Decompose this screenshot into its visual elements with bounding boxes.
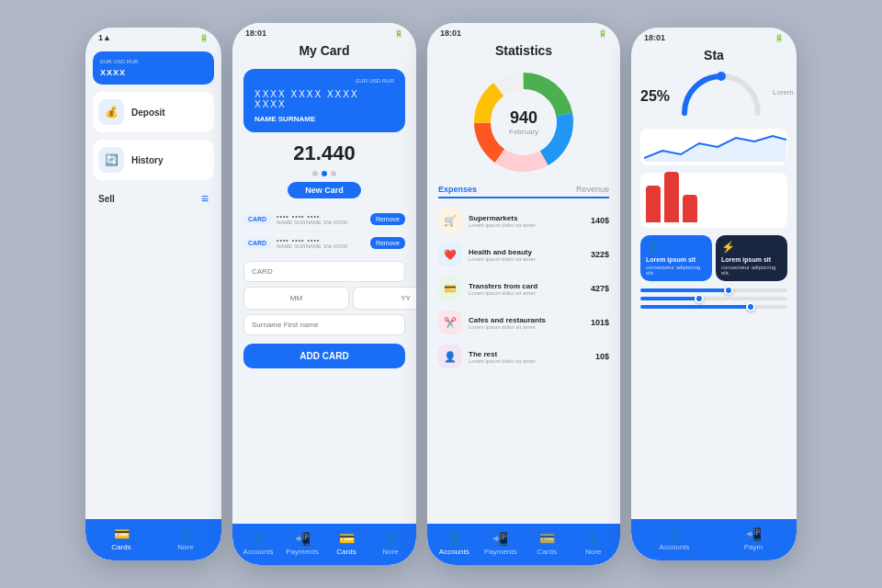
sc-icon-2: ⚡ [721,241,782,254]
card-sub-2: NAME SURNAME 1№ 00/00 [277,243,365,249]
cafes-title: Cafes and restaurants [469,316,584,324]
donut-chart-container: 940 February [438,67,609,177]
status-bar-1: 1▲ 🔋 [85,28,221,44]
screen2-content: EUR USD RUR XXXX XXXX XXXX XXXX NAME SUR… [232,63,416,524]
history-menu-item[interactable]: 🔄 History [93,140,214,180]
slider-3[interactable] [640,305,787,309]
nav-nore-1[interactable]: 👤 Nore [169,526,202,551]
yy-input[interactable] [353,287,416,310]
slider-1[interactable] [640,288,787,292]
bottom-nav-1: 💳 Cards 👤 Nore [85,519,221,560]
nav-nore-2[interactable]: 👤 Nore [374,531,407,556]
small-cards-row: 👤 Lorem ipsum sit consectetur adipiscing… [640,235,787,281]
cafes-amount: 101$ [591,318,609,327]
nav-accounts-4[interactable]: 👤 Accounts [658,526,691,551]
card-currencies-2: EUR USD RUR [254,78,394,84]
bar-chart-area [640,173,787,228]
expense-item-supermarkets: 🛒 Supermarkets Lorem ipsum dolor sit ame… [438,204,609,238]
transfers-sub: Lorem ipsum dolor sit amet [469,290,584,296]
health-text: Health and beauty Lorem ipsum dolor sit … [469,248,584,262]
nav-cards-2[interactable]: 💳 Cards [330,531,363,556]
transfers-amount: 427$ [591,284,609,293]
health-icon: ❤️ [438,243,462,266]
expense-item-health: ❤️ Health and beauty Lorem ipsum dolor s… [438,238,609,272]
new-card-button[interactable]: New Card [288,182,361,198]
health-sub: Lorem ipsum dolor sit amet [469,256,584,262]
status-time-3: 18:01 [440,28,461,38]
dot-3 [331,171,336,176]
sc-title-2: Lorem ipsum sit [721,256,782,263]
screens-container: 1▲ 🔋 EUR USD RUR XXXX 💰 Deposit 🔄 Histor… [67,5,815,583]
accounts-label-2: Accounts [243,548,274,556]
small-card-blue: 👤 Lorem ipsum sit consectetur adipiscing… [640,235,712,281]
nav-cards-1[interactable]: 💳 Cards [105,526,138,551]
screen4-title: Sta [631,44,797,66]
history-icon: 🔄 [98,147,124,173]
nore-label-3: Nore [585,548,601,556]
nav-cards-3[interactable]: 💳 Cards [530,531,563,556]
card-dots-1: •••• •••• •••• [277,213,365,220]
slider-2[interactable] [640,297,787,300]
accounts-icon-2: 👤 [251,531,266,546]
bottom-nav-3: 👤 Accounts 📲 Payments 💳 Cards 👤 Nore [427,524,620,565]
rest-text: The rest Lorem ipsum dolor sit amet [469,350,589,364]
bottom-nav-4: 👤 Accounts 📲 Paym [631,519,797,560]
svg-point-6 [717,72,726,81]
sell-item: Sell ≡ [93,187,214,209]
card-list-item-2: CARD •••• •••• •••• NAME SURNAME 1№ 00/0… [243,232,405,255]
donut-chart: 940 February [469,67,579,177]
nav-nore-3[interactable]: 👤 Nore [577,531,610,556]
card-badge-1: CARD [243,214,271,224]
status-time-2: 18:01 [245,28,266,38]
accounts-label-4: Accounts [660,543,690,551]
expense-item-rest: 👤 The rest Lorem ipsum dolor sit amet 10… [438,340,609,374]
supermarkets-title: Supermarkets [469,214,584,222]
tab-expenses[interactable]: Expenses [438,185,477,194]
rest-icon: 👤 [438,345,462,368]
mm-input[interactable] [243,287,349,310]
sell-icon: ≡ [201,191,209,206]
remove-button-1[interactable]: Remove [370,213,405,225]
card-info-2: •••• •••• •••• NAME SURNAME 1№ 00/00 [277,237,365,249]
nav-accounts-3[interactable]: 👤 Accounts [437,531,470,556]
nav-payments-2[interactable]: 📲 Payments [286,531,319,556]
cards-icon-2: 💳 [339,531,355,546]
add-card-form: 💳 ADD CARD [243,261,405,368]
tab-revenue[interactable]: Revenue [576,185,609,194]
transfers-text: Transfers from card Lorem ipsum dolor si… [469,282,584,296]
card-info-1: •••• •••• •••• NAME SURNAME 1№ 00/00 [277,213,365,225]
card-number-1: XXXX [100,68,207,77]
line-chart-area [640,129,787,165]
nore-icon-3: 👤 [585,531,601,546]
expense-tabs: Expenses Revenue [438,185,609,198]
small-card-dark: ⚡ Lorem ipsum sit consectetur adipiscing… [716,235,787,281]
add-card-button[interactable]: ADD CARD [243,344,405,368]
transfers-icon: 💳 [438,277,462,300]
sell-label: Sell [98,194,115,204]
cards-label-1: Cards [111,543,130,551]
sc-icon-1: 👤 [646,241,707,254]
card-badge-2: CARD [243,238,271,248]
nav-accounts-2[interactable]: 👤 Accounts [242,531,275,556]
rest-amount: 10$ [595,352,609,361]
donut-center: 940 February [509,108,538,136]
gauge-arc-area [675,72,767,121]
expense-item-cafes: ✂️ Cafes and restaurants Lorem ipsum dol… [438,306,609,340]
screen-4: 18:01 🔋 Sta 25% Lorem [631,28,797,560]
nav-payments-3[interactable]: 📲 Payments [484,531,517,556]
accounts-icon-4: 👤 [667,526,683,541]
card-number-input[interactable] [243,261,405,282]
deposit-icon: 💰 [98,99,124,125]
name-input[interactable] [243,314,405,335]
card-list-item-1: CARD •••• •••• •••• NAME SURNAME 1№ 00/0… [243,208,405,232]
health-amount: 322$ [591,250,609,259]
nav-payments-4[interactable]: 📲 Paym [737,526,770,551]
screen3-content: 940 February Expenses Revenue 🛒 Supermar… [427,62,620,524]
gauge-pct: 25% [640,88,670,105]
deposit-menu-item[interactable]: 💰 Deposit [93,92,214,132]
battery-icon-3: 🔋 [598,29,607,38]
remove-button-2[interactable]: Remove [370,237,405,249]
deposit-label: Deposit [131,107,165,118]
accounts-label-3: Accounts [439,548,469,556]
card-pagination-dots [243,171,405,176]
